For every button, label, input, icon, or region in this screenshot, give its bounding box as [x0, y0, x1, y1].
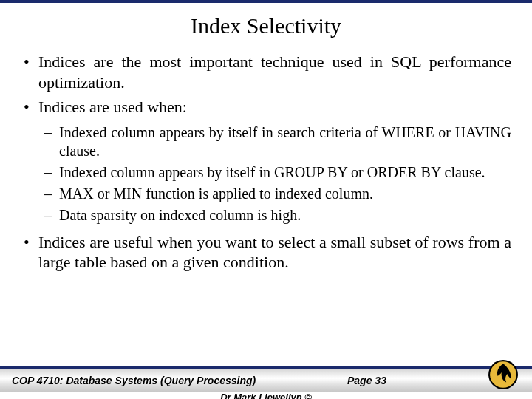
slide-body: Indices are the most important technique…	[0, 52, 532, 273]
top-border-rule	[0, 0, 532, 3]
sub-bullet-list: Indexed column appears by itself in sear…	[43, 123, 511, 225]
ucf-pegasus-logo-icon	[488, 359, 519, 390]
sub-bullet-item: Indexed column appears by itself in GROU…	[43, 163, 511, 182]
bullet-list: Indices are the most important technique…	[21, 52, 511, 273]
slide-footer: COP 4710: Database Systems (Query Proces…	[0, 366, 532, 399]
bullet-text: Indices are used when:	[38, 98, 187, 116]
footer-page-number: Page 33	[347, 375, 386, 386]
sub-bullet-item: Indexed column appears by itself in sear…	[43, 123, 511, 160]
bullet-item: Indices are useful when you want to sele…	[21, 232, 511, 273]
footer-bar: COP 4710: Database Systems (Query Proces…	[0, 366, 532, 392]
bullet-item: Indices are used when: Indexed column ap…	[21, 97, 511, 225]
sub-bullet-item: Data sparsity on indexed column is high.	[43, 206, 511, 225]
sub-bullet-item: MAX or MIN function is applied to indexe…	[43, 185, 511, 203]
bullet-item: Indices are the most important technique…	[21, 52, 511, 92]
footer-course-label: COP 4710: Database Systems (Query Proces…	[12, 375, 256, 386]
slide-title: Index Selectivity	[0, 13, 532, 38]
footer-author-partial: Dr Mark Llewellyn ©	[0, 392, 532, 399]
